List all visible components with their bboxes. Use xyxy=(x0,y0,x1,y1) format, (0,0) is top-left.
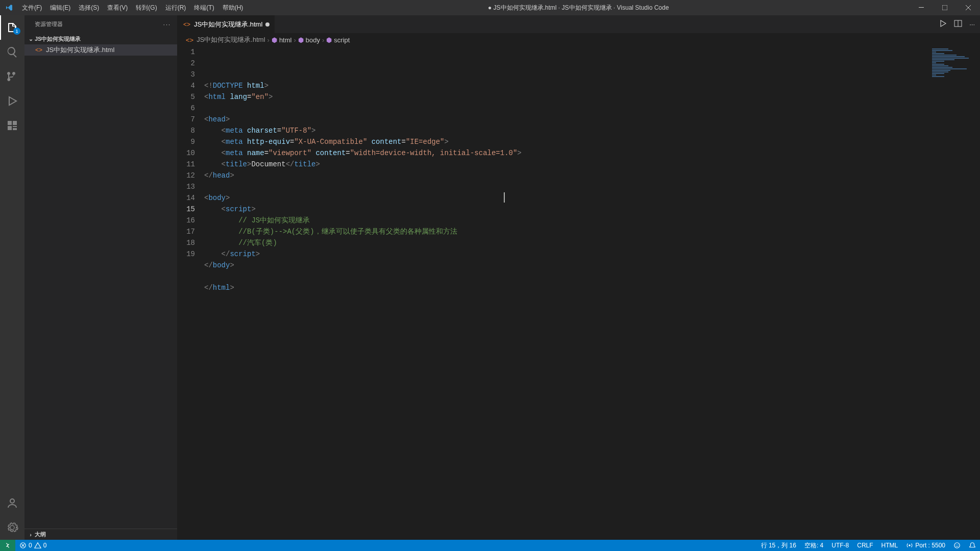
main-area: 1 资源管理器 ··· ⌄ JS中如何实现继承 xyxy=(0,15,980,540)
html-file-icon: <> xyxy=(183,21,191,28)
outline-label: 大纲 xyxy=(35,531,46,538)
run-icon[interactable] xyxy=(939,19,947,29)
error-count: 0 xyxy=(29,542,32,549)
activity-bar: 1 xyxy=(0,15,24,540)
window-title: ● JS中如何实现继承.html · JS中如何实现继承 · Visual St… xyxy=(247,4,910,12)
status-bar: 0 0 行 15，列 16 空格: 4 UTF-8 CRLF HTML Port… xyxy=(0,540,980,551)
remote-indicator[interactable] xyxy=(0,540,15,551)
line-number-gutter: 12345678910111213141516171819 xyxy=(178,46,204,540)
svg-point-11 xyxy=(954,543,960,548)
account-icon[interactable] xyxy=(0,491,24,515)
breadcrumb[interactable]: <> JS中如何实现继承.html › ⬢ html › ⬢ body › ⬢ … xyxy=(178,33,980,46)
html-file-icon: <> xyxy=(186,36,193,44)
search-icon[interactable] xyxy=(0,40,24,64)
sidebar-title: 资源管理器 xyxy=(35,20,63,28)
menu-edit[interactable]: 编辑(E) xyxy=(46,0,75,15)
window-controls xyxy=(910,0,980,15)
maximize-button[interactable] xyxy=(933,0,957,15)
outline-section[interactable]: › 大纲 xyxy=(24,529,177,540)
chevron-down-icon: ⌄ xyxy=(27,36,35,42)
explorer-badge: 1 xyxy=(13,28,20,35)
indentation-status[interactable]: 空格: 4 xyxy=(800,540,827,551)
chevron-right-icon: › xyxy=(267,36,270,44)
editor-toolbar: ··· xyxy=(934,15,980,33)
menu-go[interactable]: 转到(G) xyxy=(132,0,161,15)
explorer-icon[interactable]: 1 xyxy=(0,15,24,40)
breadcrumb-file[interactable]: JS中如何实现继承.html xyxy=(197,35,265,44)
warning-count: 0 xyxy=(43,542,47,549)
menu-help[interactable]: 帮助(H) xyxy=(218,0,248,15)
chevron-right-icon: › xyxy=(27,532,35,538)
live-server-status[interactable]: Port : 5500 xyxy=(902,540,949,551)
encoding-status[interactable]: UTF-8 xyxy=(827,540,853,551)
svg-point-12 xyxy=(956,544,957,545)
text-cursor xyxy=(504,192,505,203)
breadcrumb-node[interactable]: html xyxy=(279,36,292,44)
folder-name: JS中如何实现继承 xyxy=(35,35,81,43)
feedback-icon[interactable] xyxy=(949,540,965,551)
file-item[interactable]: <> JS中如何实现继承.html xyxy=(24,44,177,56)
svg-rect-0 xyxy=(919,7,924,8)
breadcrumb-node[interactable]: script xyxy=(334,36,350,44)
tab-active[interactable]: <> JS中如何实现继承.html xyxy=(178,15,275,33)
menu-terminal[interactable]: 终端(T) xyxy=(190,0,218,15)
file-name: JS中如何实现继承.html xyxy=(46,45,114,55)
chevron-right-icon: › xyxy=(293,36,296,44)
editor-area: <> JS中如何实现继承.html ··· <> JS中如何实现继承.html … xyxy=(178,15,980,540)
language-status[interactable]: HTML xyxy=(877,540,902,551)
menu-run[interactable]: 运行(R) xyxy=(161,0,190,15)
menu-view[interactable]: 查看(V) xyxy=(103,0,132,15)
more-actions-icon[interactable]: ··· xyxy=(969,20,975,28)
sidebar-more-icon[interactable]: ··· xyxy=(163,21,171,28)
minimize-button[interactable] xyxy=(910,0,933,15)
extensions-icon[interactable] xyxy=(0,113,24,138)
notifications-icon[interactable] xyxy=(965,540,980,551)
tabs-bar: <> JS中如何实现继承.html ··· xyxy=(178,15,980,33)
sidebar: 资源管理器 ··· ⌄ JS中如何实现继承 <> JS中如何实现继承.html … xyxy=(24,15,178,540)
chevron-right-icon: › xyxy=(322,36,324,44)
symbol-icon: ⬢ xyxy=(298,36,304,44)
run-debug-icon[interactable] xyxy=(0,89,24,113)
split-editor-icon[interactable] xyxy=(954,19,962,29)
settings-gear-icon[interactable] xyxy=(0,515,24,540)
menu-file[interactable]: 文件(F) xyxy=(18,0,46,15)
close-button[interactable] xyxy=(957,0,980,15)
vscode-logo-icon xyxy=(0,4,18,12)
symbol-icon: ⬢ xyxy=(326,36,332,44)
problems-status[interactable]: 0 0 xyxy=(15,540,51,551)
folder-root[interactable]: ⌄ JS中如何实现继承 xyxy=(24,33,177,44)
svg-point-10 xyxy=(909,544,911,546)
eol-status[interactable]: CRLF xyxy=(853,540,877,551)
svg-point-4 xyxy=(10,499,14,503)
symbol-icon: ⬢ xyxy=(272,36,277,44)
code-editor[interactable]: 12345678910111213141516171819 <!DOCTYPE … xyxy=(178,46,980,540)
breadcrumb-node[interactable]: body xyxy=(306,36,320,44)
source-control-icon[interactable] xyxy=(0,64,24,89)
minimap[interactable] xyxy=(932,48,973,79)
dirty-indicator-icon xyxy=(265,22,270,27)
code-content[interactable]: <!DOCTYPE html><html lang="en"> <head> <… xyxy=(204,46,980,540)
port-label: Port : 5500 xyxy=(915,542,945,549)
menu-bar: 文件(F) 编辑(E) 选择(S) 查看(V) 转到(G) 运行(R) 终端(T… xyxy=(18,0,247,15)
tab-label: JS中如何实现继承.html xyxy=(194,20,262,29)
title-bar: 文件(F) 编辑(E) 选择(S) 查看(V) 转到(G) 运行(R) 终端(T… xyxy=(0,0,980,15)
cursor-position[interactable]: 行 15，列 16 xyxy=(757,540,800,551)
html-file-icon: <> xyxy=(35,46,43,54)
svg-point-13 xyxy=(958,544,958,545)
svg-rect-1 xyxy=(942,5,947,10)
menu-select[interactable]: 选择(S) xyxy=(75,0,103,15)
sidebar-header: 资源管理器 ··· xyxy=(24,15,177,33)
